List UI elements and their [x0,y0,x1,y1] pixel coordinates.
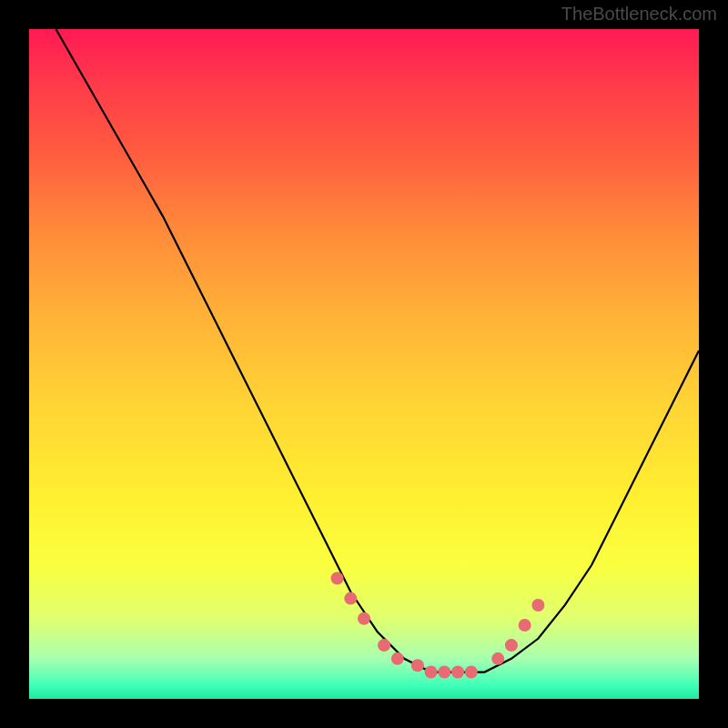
bottleneck-curve [56,29,699,672]
marker-point [491,652,504,665]
marker-point [465,666,478,679]
curve-line [56,29,699,672]
marker-point [505,639,518,652]
marker-point [451,666,464,679]
marker-point [531,599,544,612]
watermark-text: TheBottleneck.com [561,4,717,25]
data-markers [331,572,545,679]
marker-point [331,572,344,585]
marker-point [358,612,370,625]
marker-point [378,639,390,652]
marker-point [438,666,450,679]
marker-point [425,666,438,679]
marker-point [411,659,424,672]
chart-frame [29,29,699,699]
marker-point [519,619,531,632]
marker-point [344,592,357,605]
marker-point [391,652,404,665]
chart-svg [29,29,699,699]
